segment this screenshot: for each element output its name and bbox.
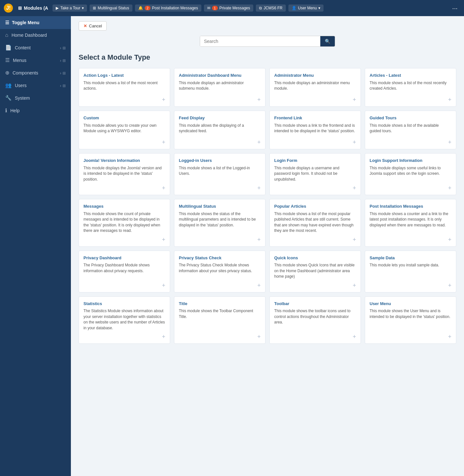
grid-icon: ⊞ — [63, 58, 66, 63]
module-card[interactable]: Guided ToursThis module shows a list of … — [365, 111, 456, 149]
sidebar-item-users[interactable]: 👥 Users › ⊞ — [0, 79, 71, 92]
module-card-name: Login Support Information — [370, 158, 451, 164]
module-card[interactable]: Multilingual StatusThis module shows the… — [174, 199, 266, 246]
module-card[interactable]: StatisticsThe Statistics Module shows in… — [79, 296, 170, 344]
module-card-name: Title — [179, 301, 261, 307]
home-icon: ⌂ — [5, 32, 8, 38]
module-card[interactable]: Post Installation MessagesThis module sh… — [365, 199, 456, 246]
take-tour-button[interactable]: ▶ Take a Tour ▾ — [53, 5, 87, 12]
module-card[interactable]: Feed DisplayThis module allows the displ… — [174, 111, 266, 149]
cancel-button[interactable]: ✕ Cancel — [79, 21, 107, 31]
module-card-name: Quick Icons — [274, 255, 356, 261]
module-card-plus-icon: + — [83, 96, 165, 103]
module-card[interactable]: CustomThis module allows you to create y… — [79, 111, 170, 149]
module-card-desc: This module shows a counter and a link t… — [370, 211, 451, 234]
module-card-plus-icon: + — [370, 333, 451, 340]
sidebar-item-components[interactable]: ⊕ Components › ⊞ — [0, 66, 71, 79]
module-card-plus-icon: + — [179, 282, 261, 289]
module-card-plus-icon: + — [83, 139, 165, 146]
content-icon: 📄 — [5, 45, 12, 51]
module-card-desc: This module shows the Toolbar Component … — [179, 308, 261, 331]
module-card-name: User Menu — [370, 301, 451, 307]
sidebar-item-system[interactable]: 🔧 System — [0, 92, 71, 104]
cancel-x-icon: ✕ — [83, 24, 87, 28]
grid-icon: ⊞ — [63, 84, 66, 88]
module-card-name: Feed Display — [179, 115, 261, 121]
search-input[interactable] — [200, 36, 320, 46]
module-card-plus-icon: + — [83, 236, 165, 243]
module-card[interactable]: TitleThis module shows the Toolbar Compo… — [174, 296, 266, 344]
module-card[interactable]: Action Logs - LatestThis module shows a … — [79, 68, 170, 107]
module-card-name: Toolbar — [274, 301, 356, 307]
module-card[interactable]: Administrator MenuThis module displays a… — [269, 68, 361, 107]
module-card[interactable]: Logged-in UsersThis module shows a list … — [174, 153, 266, 195]
joomla-logo-icon: J! — [4, 4, 13, 13]
module-card-desc: This module allows the displaying of a s… — [179, 123, 261, 136]
module-card[interactable]: Articles - LatestThis module shows a lis… — [365, 68, 456, 107]
chevron-down-icon: ▾ — [318, 6, 320, 10]
chevron-right-icon: › — [60, 71, 61, 75]
module-card-desc: This module shows the status of the mult… — [179, 211, 261, 234]
module-card-desc: This module displays an administrator me… — [274, 80, 356, 94]
module-card-name: Post Installation Messages — [370, 204, 451, 209]
module-card-name: Privacy Dashboard — [83, 255, 165, 261]
module-card[interactable]: Quick IconsThis module shows Quick Icons… — [269, 251, 361, 293]
module-card[interactable]: Login FormThis module displays a usernam… — [269, 153, 361, 195]
module-card-desc: This module shows the User Menu and is i… — [370, 308, 451, 331]
module-card-name: Login Form — [274, 158, 356, 164]
module-card-name: Administrator Menu — [274, 73, 356, 78]
module-card-plus-icon: + — [274, 282, 356, 289]
module-card[interactable]: Login Support InformationThis module dis… — [365, 153, 456, 195]
users-icon: 👥 — [5, 82, 12, 88]
module-card[interactable]: Joomla! Version InformationThis module d… — [79, 153, 170, 195]
module-card-desc: The Statistics Module shows information … — [83, 308, 165, 331]
external-link-icon: ⧉ — [259, 6, 262, 10]
search-button[interactable]: 🔍 — [320, 36, 335, 46]
module-card-desc: This module shows the count of private m… — [83, 211, 165, 234]
module-card-desc: This module displays a username and pass… — [274, 165, 356, 182]
module-card-name: Frontend Link — [274, 115, 356, 121]
sidebar: ☰ Toggle Menu ⌂ Home Dashboard 📄 Content… — [0, 16, 71, 476]
user-menu-button[interactable]: 👤 User Menu ▾ — [288, 5, 324, 12]
module-card[interactable]: Sample DataThis module lets you install … — [365, 251, 456, 293]
module-card[interactable]: User MenuThis module shows the User Menu… — [365, 296, 456, 344]
module-card[interactable]: Privacy DashboardThe Privacy Dashboard M… — [79, 251, 170, 293]
module-card-plus-icon: + — [83, 333, 165, 340]
components-icon: ⊕ — [5, 70, 9, 76]
module-card-desc: This module displays some useful links t… — [370, 165, 451, 182]
module-card-desc: This module shows a list of the most rec… — [83, 80, 165, 94]
toggle-menu-button[interactable]: ☰ Toggle Menu — [0, 16, 71, 29]
module-card-desc: This module displays the Joomla! version… — [83, 165, 165, 182]
jcms6-button[interactable]: ⧉ JCMS6 FR — [256, 5, 286, 12]
module-card-name: Joomla! Version Information — [83, 158, 165, 164]
post-installation-button[interactable]: 🔔 2 Post Installation Messages — [135, 5, 201, 12]
search-wrapper: 🔍 — [200, 36, 335, 47]
module-card-name: Statistics — [83, 301, 165, 307]
module-card[interactable]: MessagesThis module shows the count of p… — [79, 199, 170, 246]
module-card[interactable]: Privacy Status CheckThe Privacy Status C… — [174, 251, 266, 293]
module-card[interactable]: Popular ArticlesThis module shows a list… — [269, 199, 361, 246]
module-card-plus-icon: + — [370, 185, 451, 192]
module-card-plus-icon: + — [179, 185, 261, 192]
module-card-desc: This module shows a list of the most rec… — [370, 80, 451, 94]
module-card-plus-icon: + — [370, 236, 451, 243]
module-card[interactable]: Administrator Dashboard MenuThis module … — [174, 68, 266, 107]
sidebar-item-content[interactable]: 📄 Content › ⊞ — [0, 41, 71, 54]
system-icon: 🔧 — [5, 95, 12, 101]
mail-icon: ✉ — [207, 6, 210, 10]
chevron-down-icon: ▾ — [82, 6, 84, 10]
page-title: Select a Module Type — [79, 53, 456, 62]
module-card[interactable]: Frontend LinkThis module shows a link to… — [269, 111, 361, 149]
module-card[interactable]: ToolbarThis module shows the toolbar ico… — [269, 296, 361, 344]
more-options-button[interactable]: ··· — [450, 3, 460, 13]
sidebar-item-menus[interactable]: ☰ Menus › ⊞ — [0, 54, 71, 66]
module-grid: Action Logs - LatestThis module shows a … — [79, 68, 456, 344]
private-messages-button[interactable]: ✉ 1 Private Messages — [204, 5, 254, 12]
sidebar-item-help[interactable]: ℹ Help — [0, 104, 71, 117]
search-icon: 🔍 — [325, 39, 330, 44]
sidebar-item-home-dashboard[interactable]: ⌂ Home Dashboard — [0, 29, 71, 41]
multilingual-status-button[interactable]: ⊞ Multilingual Status — [90, 5, 132, 12]
module-card-name: Custom — [83, 115, 165, 121]
chevron-right-icon: › — [60, 46, 61, 50]
module-card-plus-icon: + — [83, 282, 165, 289]
